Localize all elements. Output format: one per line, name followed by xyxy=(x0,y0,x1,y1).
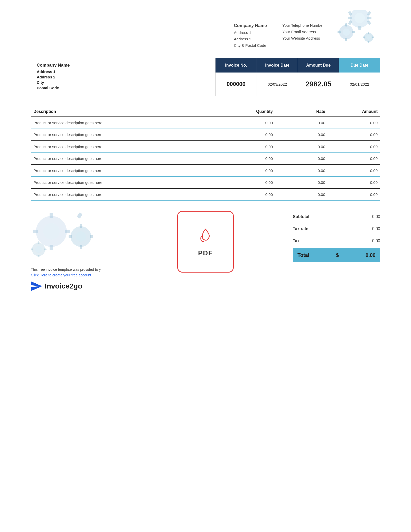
table-row: Product or service description goes here… xyxy=(31,117,380,129)
plane-icon xyxy=(31,281,42,291)
table-row: Product or service description goes here… xyxy=(31,153,380,165)
row-rate: 0.00 xyxy=(275,165,328,177)
svg-rect-24 xyxy=(50,213,53,218)
invoice-amount-due-value: 2982.05 xyxy=(298,73,339,96)
svg-rect-4 xyxy=(367,17,371,19)
invoice-date-value: 02/03/2022 xyxy=(257,73,298,96)
svg-rect-29 xyxy=(31,233,31,239)
svg-rect-15 xyxy=(338,31,341,33)
total-value: 0.00 xyxy=(366,252,376,258)
billto-city: City xyxy=(37,80,210,85)
row-rate: 0.00 xyxy=(275,117,328,129)
invoice-date-header: Invoice Date xyxy=(257,58,298,73)
svg-point-23 xyxy=(43,223,60,240)
row-rate: 0.00 xyxy=(275,153,328,165)
svg-rect-28 xyxy=(77,212,82,219)
svg-rect-5 xyxy=(348,17,352,19)
row-quantity: 0.00 xyxy=(223,129,275,141)
row-amount: 0.00 xyxy=(328,188,380,201)
svg-rect-32 xyxy=(80,224,82,228)
total-label: Total xyxy=(297,252,309,258)
invoice-no-value: 000000 xyxy=(216,73,257,96)
row-quantity: 0.00 xyxy=(223,141,275,153)
tax-rate-label: Tax rate xyxy=(293,227,308,231)
table-row: Product or service description goes here… xyxy=(31,165,380,177)
row-quantity: 0.00 xyxy=(223,165,275,177)
row-amount: 0.00 xyxy=(328,117,380,129)
row-description: Product or service description goes here xyxy=(31,165,223,177)
footer-link[interactable]: Click Here to create your free account. xyxy=(31,273,92,277)
footer-left: This free invoice template was provided … xyxy=(31,211,162,291)
row-amount: 0.00 xyxy=(328,129,380,141)
svg-rect-25 xyxy=(50,245,53,250)
brand-name: Invoice2go xyxy=(45,282,82,290)
footer-gears-decoration xyxy=(31,211,103,262)
total-currency: $ xyxy=(336,252,339,258)
col-quantity: Quantity xyxy=(223,106,275,117)
table-row: Product or service description goes here… xyxy=(31,188,380,201)
invoice-summary-row: Company Name Address 1 Address 2 City Po… xyxy=(31,58,380,96)
col-rate: Rate xyxy=(275,106,328,117)
row-description: Product or service description goes here xyxy=(31,141,223,153)
svg-point-1 xyxy=(354,13,365,23)
subtotal-label: Subtotal xyxy=(293,214,309,219)
billto-company: Company Name xyxy=(37,63,210,68)
row-rate: 0.00 xyxy=(275,177,328,189)
invoice-due-date-header: Due Date xyxy=(339,58,380,73)
invoice-due-date-col: Due Date 02/01/2022 xyxy=(339,58,380,96)
totals-table: Subtotal 0.00 Tax rate 0.00 Tax 0.00 Tot… xyxy=(293,211,380,262)
tax-rate-value: 0.00 xyxy=(372,227,380,231)
row-description: Product or service description goes here xyxy=(31,177,223,189)
invoice-details: Invoice No. 000000 Invoice Date 02/03/20… xyxy=(216,58,380,96)
row-rate: 0.00 xyxy=(275,129,328,141)
totals-section: Subtotal 0.00 Tax rate 0.00 Tax 0.00 Tot… xyxy=(249,211,380,262)
row-description: Product or service description goes here xyxy=(31,117,223,129)
table-row: Product or service description goes here… xyxy=(31,177,380,189)
svg-point-31 xyxy=(76,231,86,242)
invoice-date-col: Invoice Date 02/03/2022 xyxy=(257,58,298,96)
tax-rate-row: Tax rate 0.00 xyxy=(293,223,380,235)
header-address1: Address 1 xyxy=(234,30,267,35)
tax-row: Tax 0.00 xyxy=(293,235,380,247)
svg-point-17 xyxy=(366,35,371,40)
tax-label: Tax xyxy=(293,239,300,243)
svg-rect-14 xyxy=(352,31,355,33)
row-rate: 0.00 xyxy=(275,141,328,153)
table-row: Product or service description goes here… xyxy=(31,141,380,153)
header-gears-decoration xyxy=(329,10,380,51)
svg-rect-20 xyxy=(372,37,374,38)
svg-rect-34 xyxy=(90,235,93,238)
billto-postal: Postal Code xyxy=(37,86,210,90)
row-description: Product or service description goes here xyxy=(31,153,223,165)
billto-address2: Address 2 xyxy=(37,75,210,79)
svg-marker-42 xyxy=(31,281,42,291)
invoice-amount-due-col: Amount Due 2982.05 xyxy=(298,58,339,96)
svg-rect-21 xyxy=(363,37,365,38)
row-description: Product or service description goes here xyxy=(31,188,223,201)
billto-address1: Address 1 xyxy=(37,69,210,74)
header-telephone: Your Telephone Number xyxy=(282,23,324,28)
header-city-postal: City & Postal Code xyxy=(234,43,267,48)
row-quantity: 0.00 xyxy=(223,177,275,189)
total-row: Total $ 0.00 xyxy=(293,248,380,262)
svg-rect-19 xyxy=(368,41,369,43)
pdf-icon xyxy=(195,227,216,247)
row-amount: 0.00 xyxy=(328,165,380,177)
table-row: Product or service description goes here… xyxy=(31,129,380,141)
row-description: Product or service description goes here xyxy=(31,129,223,141)
row-quantity: 0.00 xyxy=(223,188,275,201)
row-quantity: 0.00 xyxy=(223,153,275,165)
footer-section: This free invoice template was provided … xyxy=(31,211,380,291)
row-amount: 0.00 xyxy=(328,153,380,165)
svg-rect-41 xyxy=(31,249,33,250)
svg-rect-13 xyxy=(345,38,347,41)
header-section: Company Name Address 1 Address 2 City & … xyxy=(31,15,380,48)
company-info-header: Company Name Address 1 Address 2 City & … xyxy=(234,23,324,48)
svg-rect-35 xyxy=(69,235,72,238)
svg-rect-40 xyxy=(44,249,46,250)
pdf-download-box[interactable]: PDF xyxy=(177,211,234,273)
table-header-row: Description Quantity Rate Amount xyxy=(31,106,380,117)
svg-rect-12 xyxy=(345,23,347,26)
header-email: Your Email Address xyxy=(282,30,324,34)
contact-column: Your Telephone Number Your Email Address… xyxy=(282,23,324,48)
